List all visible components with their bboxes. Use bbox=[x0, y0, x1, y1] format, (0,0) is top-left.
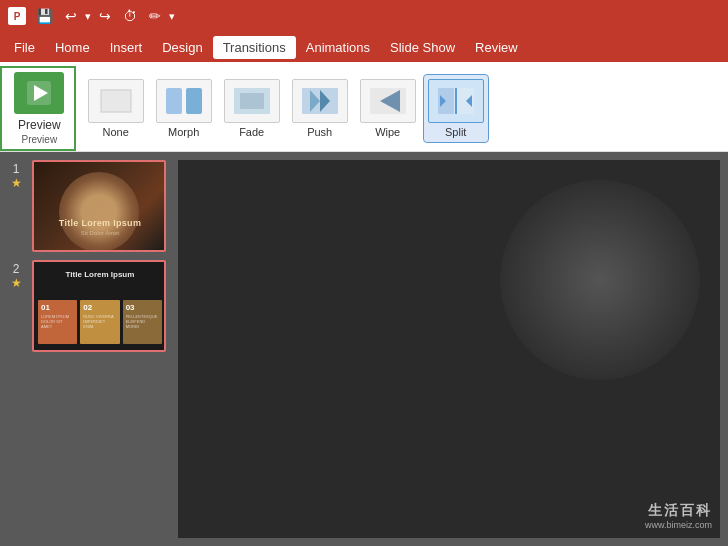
transition-none-thumb bbox=[88, 79, 144, 123]
watermark: 生活百科 www.bimeiz.com bbox=[645, 502, 712, 530]
slide2-box-3-num: 03 bbox=[126, 303, 159, 312]
slide-star-2: ★ bbox=[11, 276, 22, 290]
transition-fade-thumb bbox=[224, 79, 280, 123]
menu-animations[interactable]: Animations bbox=[296, 36, 380, 59]
draw-button[interactable]: ✏ bbox=[145, 6, 165, 26]
slide-panel: 1 ★ Title Lorem Ipsum Sit Dolor Amet 2 ★ bbox=[0, 152, 170, 546]
preview-button[interactable] bbox=[14, 72, 64, 114]
menu-transitions[interactable]: Transitions bbox=[213, 36, 296, 59]
fade-icon bbox=[232, 85, 272, 117]
menu-home[interactable]: Home bbox=[45, 36, 100, 59]
transition-push-label: Push bbox=[307, 126, 332, 138]
watermark-url: www.bimeiz.com bbox=[645, 520, 712, 530]
transition-morph-label: Morph bbox=[168, 126, 199, 138]
transition-split-thumb bbox=[428, 79, 484, 123]
svg-rect-6 bbox=[240, 93, 264, 109]
transition-morph-thumb bbox=[156, 79, 212, 123]
slide-thumb-2[interactable]: Title Lorem Ipsum 01 LOREM IPSUMDOLOR SI… bbox=[32, 260, 166, 352]
transitions-group: None Morph Fade bbox=[76, 66, 728, 151]
transition-morph[interactable]: Morph bbox=[152, 75, 216, 142]
undo-dropdown[interactable]: ▾ bbox=[85, 10, 91, 23]
toolbar-dropdown[interactable]: ▾ bbox=[169, 10, 175, 23]
slide-thumb-inner-2: Title Lorem Ipsum 01 LOREM IPSUMDOLOR SI… bbox=[34, 262, 164, 350]
transition-push[interactable]: Push bbox=[288, 75, 352, 142]
slide1-background: Title Lorem Ipsum Sit Dolor Amet bbox=[34, 162, 166, 250]
menu-slideshow[interactable]: Slide Show bbox=[380, 36, 465, 59]
title-bar: P 💾 ↩ ▾ ↪ ⏱ ✏ ▾ bbox=[0, 0, 728, 32]
slide2-box-3: 03 PELLENTESQUEELEIFEND MORBI bbox=[123, 300, 162, 344]
slide2-box-1: 01 LOREM IPSUMDOLOR SIT AMET bbox=[38, 300, 77, 344]
slide-item-1[interactable]: 1 ★ Title Lorem Ipsum Sit Dolor Amet bbox=[4, 160, 166, 252]
slide1-title: Title Lorem Ipsum bbox=[34, 218, 166, 228]
slide2-box-3-text: PELLENTESQUEELEIFEND MORBI bbox=[126, 314, 159, 330]
slide-star-1: ★ bbox=[11, 176, 22, 190]
timer-button[interactable]: ⏱ bbox=[119, 6, 141, 26]
save-button[interactable]: 💾 bbox=[32, 6, 57, 26]
transition-wipe-thumb bbox=[360, 79, 416, 123]
transition-none-label: None bbox=[103, 126, 129, 138]
split-icon bbox=[436, 85, 476, 117]
none-icon bbox=[96, 85, 136, 117]
slide-thumb-1[interactable]: Title Lorem Ipsum Sit Dolor Amet bbox=[32, 160, 166, 252]
slide-number-col-2: 2 ★ bbox=[4, 260, 28, 290]
slide-number-2: 2 bbox=[13, 262, 20, 276]
slide-thumb-inner-1: Title Lorem Ipsum Sit Dolor Amet bbox=[34, 162, 164, 250]
push-icon bbox=[300, 85, 340, 117]
transition-fade[interactable]: Fade bbox=[220, 75, 284, 142]
slide-number-col-1: 1 ★ bbox=[4, 160, 28, 190]
slide2-box-1-text: LOREM IPSUMDOLOR SIT AMET bbox=[41, 314, 74, 330]
slide2-box-2: 02 NUNC VIVERRAIMPERDIET ENIM. bbox=[80, 300, 119, 344]
redo-button[interactable]: ↪ bbox=[95, 6, 115, 26]
undo-button[interactable]: ↩ bbox=[61, 6, 81, 26]
svg-rect-2 bbox=[101, 90, 131, 112]
svg-rect-4 bbox=[186, 88, 202, 114]
slide-number-1: 1 bbox=[13, 162, 20, 176]
main-slide-canvas: 生活百科 www.bimeiz.com bbox=[178, 160, 720, 538]
transition-none[interactable]: None bbox=[84, 75, 148, 142]
transition-wipe[interactable]: Wipe bbox=[356, 75, 420, 142]
slide1-coffee-circle bbox=[59, 172, 139, 250]
menu-bar: File Home Insert Design Transitions Anim… bbox=[0, 32, 728, 62]
menu-insert[interactable]: Insert bbox=[100, 36, 153, 59]
quick-access-toolbar: 💾 ↩ ▾ ↪ ⏱ ✏ ▾ bbox=[32, 6, 175, 26]
app-icon: P bbox=[8, 7, 26, 25]
slide1-subtitle: Sit Dolor Amet bbox=[34, 230, 166, 236]
watermark-chinese: 生活百科 bbox=[648, 502, 712, 520]
slide-item-2[interactable]: 2 ★ Title Lorem Ipsum 01 LOREM IPSUMDOLO… bbox=[4, 260, 166, 352]
slide2-title: Title Lorem Ipsum bbox=[34, 270, 166, 279]
transition-split-label: Split bbox=[445, 126, 466, 138]
svg-rect-3 bbox=[166, 88, 182, 114]
morph-icon bbox=[164, 85, 204, 117]
wipe-icon bbox=[368, 85, 408, 117]
slide2-boxes: 01 LOREM IPSUMDOLOR SIT AMET 02 NUNC VIV… bbox=[38, 300, 162, 344]
slide2-box-1-num: 01 bbox=[41, 303, 74, 312]
preview-sublabel: Preview bbox=[22, 134, 58, 145]
main-slide-view: 生活百科 www.bimeiz.com bbox=[170, 152, 728, 546]
menu-design[interactable]: Design bbox=[152, 36, 212, 59]
slide2-box-2-text: NUNC VIVERRAIMPERDIET ENIM. bbox=[83, 314, 116, 330]
ribbon: Preview Preview None Morph bbox=[0, 62, 728, 152]
transition-push-thumb bbox=[292, 79, 348, 123]
transition-fade-label: Fade bbox=[239, 126, 264, 138]
menu-review[interactable]: Review bbox=[465, 36, 528, 59]
transition-wipe-label: Wipe bbox=[375, 126, 400, 138]
transition-split[interactable]: Split bbox=[424, 75, 488, 142]
preview-label[interactable]: Preview bbox=[12, 116, 67, 134]
preview-group: Preview Preview bbox=[0, 66, 76, 151]
main-content: 1 ★ Title Lorem Ipsum Sit Dolor Amet 2 ★ bbox=[0, 152, 728, 546]
play-icon bbox=[26, 80, 52, 106]
main-slide-circle bbox=[500, 180, 700, 380]
menu-file[interactable]: File bbox=[4, 36, 45, 59]
slide2-box-2-num: 02 bbox=[83, 303, 116, 312]
slide2-background: Title Lorem Ipsum 01 LOREM IPSUMDOLOR SI… bbox=[34, 262, 166, 350]
